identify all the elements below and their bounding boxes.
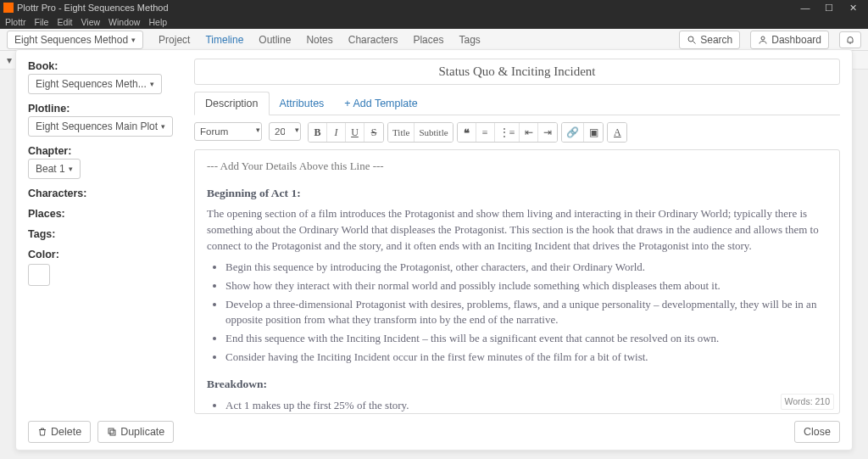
list-item: Begin this sequence by introducing the P…: [225, 260, 827, 276]
ordered-list-button[interactable]: ≡: [476, 123, 495, 142]
chevron-down-icon: ▾: [131, 36, 136, 44]
unordered-list-icon: ⋮≡: [499, 126, 515, 139]
trash-icon: [37, 427, 47, 437]
tab-timeline[interactable]: Timeline: [205, 34, 243, 46]
duplicate-button[interactable]: Duplicate: [97, 421, 174, 443]
list-item: End this sequence with the Inciting Inci…: [225, 331, 827, 347]
blockquote-button[interactable]: ❝: [458, 123, 476, 142]
scene-card-modal: Book: Eight Sequences Meth... ▾ Plotline…: [15, 49, 853, 451]
window-titlebar: Plottr Pro - Eight Sequences Method — ☐ …: [0, 0, 868, 15]
search-button[interactable]: Search: [679, 31, 740, 49]
menubar: Plottr File Edit View Window Help: [0, 15, 868, 29]
menu-edit[interactable]: Edit: [57, 17, 72, 27]
book-value: Eight Sequences Meth...: [36, 78, 147, 90]
close-label: Close: [804, 426, 831, 438]
color-swatch[interactable]: [28, 264, 50, 286]
chapter-value: Beat 1: [36, 163, 65, 175]
text-color-button[interactable]: A: [608, 123, 626, 142]
tab-tags[interactable]: Tags: [459, 34, 480, 46]
delete-button[interactable]: Delete: [28, 421, 91, 443]
list-item: Act 1 makes up the first 25% of the stor…: [225, 398, 827, 414]
tab-project[interactable]: Project: [159, 34, 190, 46]
ordered-list-icon: ≡: [482, 126, 488, 139]
user-icon: [758, 35, 768, 45]
editor-toolbar: Forum 20 B I U S Title Subtitle ❝ ≡ ⋮≡ ⇤…: [194, 122, 840, 143]
modal-sidebar: Book: Eight Sequences Meth... ▾ Plotline…: [16, 50, 186, 305]
duplicate-label: Duplicate: [120, 426, 164, 438]
guidance-list: Begin this sequence by introducing the P…: [225, 260, 827, 366]
link-button[interactable]: 🔗: [562, 123, 584, 142]
chevron-down-icon: ▾: [150, 80, 154, 88]
tab-characters[interactable]: Characters: [348, 34, 398, 46]
svg-point-2: [761, 36, 765, 40]
paragraph-intro: The opening section of a film introduces…: [207, 206, 827, 255]
outdent-button[interactable]: ⇤: [520, 123, 538, 142]
close-window-button[interactable]: ✕: [841, 3, 865, 14]
maximize-button[interactable]: ☐: [817, 3, 841, 14]
method-dropdown-label: Eight Sequences Method: [14, 34, 128, 46]
list-item: Consider having the Inciting Incident oc…: [225, 350, 827, 366]
tab-places[interactable]: Places: [413, 34, 443, 46]
tab-outline[interactable]: Outline: [259, 34, 291, 46]
window-title: Plottr Pro - Eight Sequences Method: [17, 3, 793, 13]
color-label: Color:: [28, 249, 59, 260]
tab-add-template[interactable]: + Add Template: [334, 92, 427, 115]
svg-line-1: [693, 41, 696, 43]
font-size-select[interactable]: 20: [269, 122, 301, 141]
menu-window[interactable]: Window: [108, 17, 140, 27]
word-count: Words: 210: [781, 394, 835, 410]
outdent-icon: ⇤: [525, 126, 533, 139]
title-style-button[interactable]: Title: [388, 123, 415, 142]
main-toolbar: Eight Sequences Method ▾ Project Timelin…: [0, 29, 868, 51]
plotline-value: Eight Sequences Main Plot: [36, 120, 158, 132]
font-select[interactable]: Forum: [194, 122, 262, 141]
tab-notes[interactable]: Notes: [306, 34, 332, 46]
chapter-dropdown[interactable]: Beat 1 ▾: [28, 159, 81, 179]
chevron-down-icon: ▾: [161, 122, 165, 131]
plotline-dropdown[interactable]: Eight Sequences Main Plot ▾: [28, 116, 173, 137]
places-label: Places:: [28, 208, 65, 220]
bell-icon: [845, 35, 855, 45]
heading-breakdown: Breakdown:: [207, 376, 827, 393]
unordered-list-button[interactable]: ⋮≡: [495, 123, 520, 142]
modal-main: Status Quo & Inciting Incident Descripti…: [186, 50, 852, 450]
card-tabs: Description Attributes + Add Template: [194, 92, 840, 115]
notifications-button[interactable]: [839, 31, 861, 48]
italic-button[interactable]: I: [327, 123, 346, 142]
dashboard-button[interactable]: Dashboard: [750, 31, 829, 49]
list-item: Develop a three-dimensional Protagonist …: [225, 297, 827, 329]
tab-description[interactable]: Description: [194, 92, 270, 115]
card-title-input[interactable]: Status Quo & Inciting Incident: [194, 59, 840, 85]
separator-line: --- Add Your Details Above this Line ---: [207, 159, 827, 175]
method-dropdown[interactable]: Eight Sequences Method ▾: [7, 31, 143, 49]
section-tabs: Project Timeline Outline Notes Character…: [159, 34, 481, 46]
svg-point-0: [688, 36, 693, 42]
menu-plottr[interactable]: Plottr: [5, 17, 26, 27]
image-button[interactable]: ▣: [584, 123, 603, 142]
subtitle-style-button[interactable]: Subtitle: [415, 123, 452, 142]
menu-view[interactable]: View: [81, 17, 101, 27]
quote-icon: ❝: [464, 126, 470, 139]
delete-label: Delete: [51, 426, 81, 438]
chapter-label: Chapter:: [28, 145, 71, 157]
breakdown-list: Act 1 makes up the first 25% of the stor…: [225, 398, 827, 414]
tab-attributes[interactable]: Attributes: [270, 92, 335, 115]
bold-button[interactable]: B: [309, 123, 327, 142]
indent-button[interactable]: ⇥: [538, 123, 557, 142]
menu-file[interactable]: File: [35, 17, 49, 27]
strike-button[interactable]: S: [364, 123, 383, 142]
search-label: Search: [700, 34, 732, 46]
heading-act1: Beginning of Act 1:: [207, 185, 827, 202]
minimize-button[interactable]: —: [793, 3, 817, 13]
copy-icon: [107, 427, 117, 437]
app-icon: [3, 3, 14, 13]
tags-label: Tags:: [28, 228, 55, 240]
chevron-down-icon: ▾: [69, 165, 73, 173]
menu-help[interactable]: Help: [148, 17, 167, 27]
underline-button[interactable]: U: [346, 123, 364, 142]
indent-icon: ⇥: [543, 126, 552, 139]
search-icon: [687, 35, 697, 45]
editor-content[interactable]: --- Add Your Details Above this Line ---…: [194, 149, 840, 414]
book-dropdown[interactable]: Eight Sequences Meth... ▾: [28, 74, 162, 94]
close-button[interactable]: Close: [794, 421, 840, 443]
